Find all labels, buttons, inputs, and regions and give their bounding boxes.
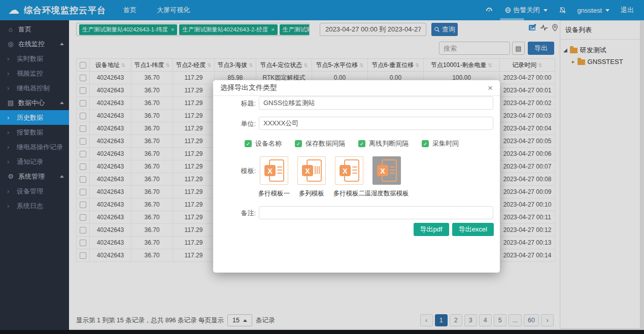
template-multirow-2[interactable]: X 多行模板二: [330, 156, 368, 198]
remark-field[interactable]: [259, 206, 493, 219]
template-label: 模板:: [213, 166, 256, 176]
checkbox-label: 离线判断间隔: [369, 139, 409, 148]
export-option-checkbox[interactable]: 采集时间: [422, 139, 459, 148]
template-multicolumn[interactable]: X 多列模板: [293, 156, 330, 198]
template-card-label: 多行模板一: [258, 189, 290, 198]
export-pdf-button[interactable]: 导出pdf: [414, 223, 449, 236]
export-option-checkbox[interactable]: 离线判断间隔: [358, 139, 409, 148]
export-option-checkbox[interactable]: 保存数据间隔: [295, 139, 345, 148]
checkbox-label: 采集时间: [432, 139, 459, 148]
template-multirow-1[interactable]: X 多行模板一: [255, 156, 293, 198]
checkbox-checked-icon: [245, 140, 252, 147]
modal-title: 选择导出文件类型: [220, 83, 277, 92]
template-temp-humidity[interactable]: X 温湿度数据模板: [368, 156, 405, 198]
checkbox-checked-icon: [422, 140, 429, 147]
export-option-checkboxes: 设备名称 保存数据间隔 离线判断间隔 采集时间: [245, 139, 459, 148]
excel-template-icon: X: [263, 158, 285, 183]
template-card-label: 多行模板二: [333, 189, 365, 198]
org-field[interactable]: [259, 117, 493, 130]
template-card-label: 多列模板: [299, 189, 324, 198]
selected-template-card[interactable]: X: [372, 156, 401, 185]
excel-template-icon: X: [338, 158, 360, 183]
svg-text:X: X: [267, 167, 273, 175]
close-icon[interactable]: ×: [488, 84, 493, 92]
checkbox-checked-icon: [295, 140, 302, 147]
template-card-label: 温湿度数据模板: [364, 189, 409, 198]
remark-field-label: 备注:: [213, 209, 256, 218]
excel-template-icon: X: [376, 158, 398, 183]
org-field-label: 单位:: [213, 119, 256, 128]
svg-text:X: X: [305, 167, 310, 175]
checkbox-checked-icon: [358, 140, 365, 147]
title-field-label: 标题:: [213, 99, 256, 108]
excel-template-icon: X: [300, 158, 323, 183]
export-excel-button[interactable]: 导出excel: [452, 223, 494, 236]
svg-text:X: X: [380, 167, 385, 175]
checkbox-label: 设备名称: [255, 139, 282, 148]
export-option-checkbox[interactable]: 设备名称: [245, 139, 282, 148]
export-type-modal: 选择导出文件类型 × 标题: 单位: 设备名称 保存数据间隔 离线判断间隔 采集…: [213, 80, 500, 273]
svg-text:X: X: [343, 167, 348, 175]
checkbox-label: 保存数据间隔: [306, 139, 345, 148]
title-field[interactable]: [259, 96, 493, 110]
template-cards: X 多行模板一 X 多列模板 X: [255, 156, 405, 198]
